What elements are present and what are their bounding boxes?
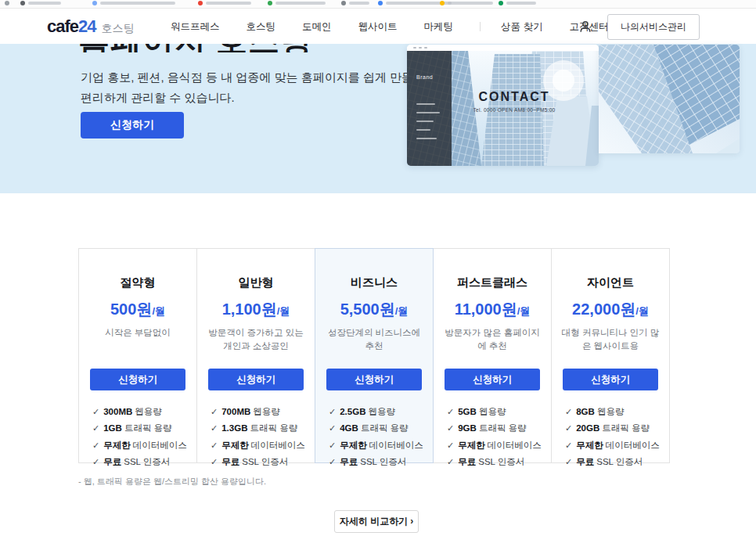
nav-domain[interactable]: 도메인 xyxy=(302,20,332,34)
plan-feature-list: ✓8GB웹용량 ✓20GB트래픽 용량 ✓무제한데이터베이스 ✓무료SSL 인증… xyxy=(565,404,669,470)
plan-card-firstclass: 퍼스트클래스 11,000원/월 방문자가 많은 홈페이지에 추천 신청하기 ✓… xyxy=(433,248,552,463)
mockup-contact-block: CONTACT Tel. 0000 OPEN AM8:00~PM5:00 xyxy=(452,90,577,113)
plan-name: 절약형 xyxy=(79,275,196,290)
user-account-icon[interactable] xyxy=(578,19,593,34)
bookmark-item[interactable] xyxy=(92,1,175,5)
plan-feature: ✓무제한데이터베이스 xyxy=(211,437,315,454)
favicon-icon xyxy=(198,1,203,5)
bookmark-label-blur xyxy=(448,2,493,5)
hero-apply-button[interactable]: 신청하기 xyxy=(81,112,184,138)
mockup-menu-item xyxy=(416,129,430,131)
favicon-icon xyxy=(440,1,445,5)
plan-apply-button[interactable]: 신청하기 xyxy=(445,369,540,390)
compare-details-label: 자세히 비교하기 xyxy=(340,516,408,527)
plan-feature: ✓1.3GB트래픽 용량 xyxy=(211,420,315,437)
plan-name: 퍼스트클래스 xyxy=(434,275,551,290)
bookmark-item[interactable] xyxy=(5,1,9,5)
check-icon: ✓ xyxy=(447,407,454,416)
plan-description: 방문자가 많은 홈페이지에 추천 xyxy=(443,326,542,358)
plan-feature: ✓무료SSL 인증서 xyxy=(329,454,433,470)
plan-feature: ✓무료SSL 인증서 xyxy=(447,454,551,470)
plan-feature-list: ✓5GB웹용량 ✓9GB트래픽 용량 ✓무제한데이터베이스 ✓무료SSL 인증서 xyxy=(447,404,551,470)
check-icon: ✓ xyxy=(329,423,336,433)
favicon-icon xyxy=(268,1,272,5)
favicon-icon xyxy=(5,1,9,5)
bookmark-label-blur xyxy=(275,2,326,5)
favicon-icon xyxy=(378,1,383,5)
bookmark-label-blur xyxy=(206,2,251,5)
plan-feature: ✓4GB트래픽 용량 xyxy=(329,420,433,437)
bookmark-item[interactable] xyxy=(499,1,536,5)
browser-bookmarks-bar[interactable] xyxy=(0,0,756,9)
bookmark-label-blur xyxy=(100,2,175,5)
check-icon: ✓ xyxy=(565,423,572,433)
plan-feature: ✓무료SSL 인증서 xyxy=(92,454,196,470)
plan-feature: ✓무제한데이터베이스 xyxy=(329,437,433,454)
check-icon: ✓ xyxy=(211,457,218,466)
plan-apply-button[interactable]: 신청하기 xyxy=(326,369,422,390)
plan-feature: ✓1GB트래픽 용량 xyxy=(92,420,196,437)
plan-feature: ✓무제한데이터베이스 xyxy=(565,437,669,454)
plan-feature: ✓무제한데이터베이스 xyxy=(447,437,551,454)
plan-apply-button[interactable]: 신청하기 xyxy=(563,369,658,390)
bookmark-label-blur xyxy=(506,2,536,5)
check-icon: ✓ xyxy=(92,457,99,466)
pricing-footnote: - 웹, 트래픽 용량은 웹/스트리밍 합산 용량입니다. xyxy=(78,476,266,487)
glass-building-photo xyxy=(599,45,740,153)
hero-heading: 홈페이지 호스팅 xyxy=(78,44,344,52)
hero-heading-clipped: 홈페이지 호스팅 xyxy=(78,44,344,52)
check-icon: ✓ xyxy=(447,423,454,433)
plan-apply-button[interactable]: 신청하기 xyxy=(90,369,185,390)
plan-card-saver: 절약형 500원/월 시작은 부담없이 신청하기 ✓300MB웹용량 ✓1GB트… xyxy=(78,248,197,463)
plan-price: 22,000원/월 xyxy=(552,299,669,320)
mockup-contact-title: CONTACT xyxy=(452,90,577,104)
bookmark-item[interactable] xyxy=(20,1,61,5)
plan-price: 500원/월 xyxy=(79,299,196,320)
plan-description: 성장단계의 비즈니스에 추천 xyxy=(325,326,423,358)
check-icon: ✓ xyxy=(565,441,572,450)
plan-feature: ✓무료SSL 인증서 xyxy=(211,454,315,470)
plan-feature: ✓5GB웹용량 xyxy=(447,404,551,420)
mockup-window-controls xyxy=(407,45,599,51)
bookmark-item[interactable] xyxy=(440,1,493,5)
nav-hosting[interactable]: 호스팅 xyxy=(247,20,276,34)
page: cafe24 호스팅 워드프레스 호스팅 도메인 웹사이트 마케팅 상품 찾기 … xyxy=(0,0,756,554)
plan-feature-list: ✓700MB웹용량 ✓1.3GB트래픽 용량 ✓무제한데이터베이스 ✓무료SSL… xyxy=(211,404,315,470)
bookmark-item[interactable] xyxy=(341,1,369,5)
plan-apply-button[interactable]: 신청하기 xyxy=(208,369,304,390)
check-icon: ✓ xyxy=(329,457,336,466)
bookmark-item[interactable] xyxy=(268,1,326,5)
check-icon: ✓ xyxy=(92,423,99,433)
nav-find-product[interactable]: 상품 찾기 xyxy=(501,20,542,34)
plan-card-giant: 자이언트 22,000원/월 대형 커뮤니티나 인기 많은 웹사이트용 신청하기… xyxy=(551,248,670,463)
hero-description-line1: 기업 홍보, 펜션, 음식점 등 내 업종에 맞는 홈페이지를 쉽게 만들고 xyxy=(81,70,425,84)
favicon-icon xyxy=(499,1,503,5)
plan-card-standard: 일반형 1,100원/월 방문객이 증가하고 있는 개인과 소상공인 신청하기 … xyxy=(196,248,315,463)
favicon-icon xyxy=(341,1,346,5)
nav-marketing[interactable]: 마케팅 xyxy=(424,20,454,34)
nav-divider xyxy=(480,22,481,31)
plan-feature: ✓무료SSL 인증서 xyxy=(565,454,669,470)
my-services-button[interactable]: 나의서비스관리 xyxy=(607,14,700,40)
check-icon: ✓ xyxy=(211,441,218,450)
favicon-icon xyxy=(92,1,97,5)
bookmark-label-blur xyxy=(28,2,61,5)
check-icon: ✓ xyxy=(447,441,454,450)
compare-details-button[interactable]: 자세히 비교하기› xyxy=(334,510,419,533)
plan-feature: ✓300MB웹용량 xyxy=(92,404,196,420)
mockup-menu-item xyxy=(416,138,437,139)
mockup-menu-item xyxy=(416,103,435,105)
favicon-icon xyxy=(20,1,25,5)
mockup-contact-subtitle: Tel. 0000 OPEN AM8:00~PM5:00 xyxy=(452,107,577,113)
nav-wordpress[interactable]: 워드프레스 xyxy=(171,20,220,34)
hero-section: 홈페이지 호스팅 기업 홍보, 펜션, 음식점 등 내 업종에 맞는 홈페이지를… xyxy=(0,44,756,193)
mockup-menu-item xyxy=(416,121,434,122)
plan-feature: ✓무제한데이터베이스 xyxy=(92,437,196,454)
check-icon: ✓ xyxy=(565,407,572,416)
nav-website[interactable]: 웹사이트 xyxy=(358,20,398,34)
cafe24-logo[interactable]: cafe24 호스팅 xyxy=(47,16,135,37)
bookmark-item[interactable] xyxy=(198,1,251,5)
check-icon: ✓ xyxy=(447,457,454,466)
plan-feature-list: ✓300MB웹용량 ✓1GB트래픽 용량 ✓무제한데이터베이스 ✓무료SSL 인… xyxy=(92,404,196,470)
check-icon: ✓ xyxy=(92,407,99,416)
